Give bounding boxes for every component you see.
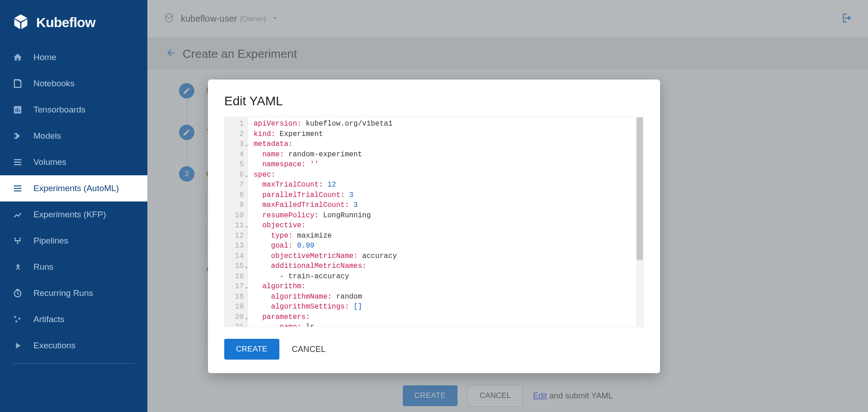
nav-label: Notebooks [33,79,75,89]
svg-rect-6 [19,110,20,112]
sidebar-item-home[interactable]: Home [0,44,147,70]
nav-icon [13,262,23,272]
nav-icon [13,288,23,298]
svg-point-8 [19,238,21,239]
sidebar-item-volumes[interactable]: Volumes [0,149,147,175]
nav-label: Tensorboards [33,105,85,115]
svg-point-11 [14,316,16,318]
svg-point-13 [15,320,18,323]
nav: HomeNotebooksTensorboardsModelsVolumesEx… [0,44,147,359]
svg-point-12 [18,318,20,320]
editor-scrollbar[interactable] [636,117,643,327]
nav-icon [13,131,23,141]
nav-icon [13,210,23,220]
sidebar-item-runs[interactable]: Runs [0,254,147,280]
nav-label: Home [33,52,57,62]
nav-label: Artifacts [33,314,65,324]
nav-icon [13,314,23,324]
nav-label: Recurring Runs [33,288,93,298]
edit-yaml-modal: Edit YAML 123456789101112131415161718192… [208,80,660,373]
sidebar-item-executions[interactable]: Executions [0,332,147,359]
sidebar: Kubeflow HomeNotebooksTensorboardsModels… [0,0,147,412]
nav-label: Volumes [33,157,66,167]
sidebar-item-models[interactable]: Models [0,123,147,149]
nav-label: Pipelines [33,236,68,246]
nav-icon [13,183,23,193]
nav-label: Runs [33,262,53,272]
editor-code[interactable]: apiVersion: kubeflow.org/v1beta1kind: Ex… [248,117,643,327]
nav-icon [13,52,23,62]
nav-icon [13,79,23,89]
nav-label: Experiments (KFP) [33,210,106,220]
sidebar-item-recurring-runs[interactable]: Recurring Runs [0,280,147,306]
modal-create-button[interactable]: CREATE [224,339,279,360]
nav-icon [13,341,23,351]
sidebar-item-pipelines[interactable]: Pipelines [0,228,147,254]
kubeflow-logo-icon [13,14,29,32]
svg-rect-4 [15,109,16,112]
editor-scrollbar-thumb[interactable] [637,117,643,260]
yaml-editor[interactable]: 1234567891011121314151617181920212223242… [224,117,644,327]
nav-icon [13,157,23,167]
modal-title: Edit YAML [224,94,644,108]
nav-label: Executions [33,341,75,351]
nav-divider [13,363,135,364]
svg-point-7 [14,238,16,239]
svg-point-9 [17,243,19,244]
modal-cancel-button[interactable]: CANCEL [292,345,326,354]
sidebar-item-experiments-kfp-[interactable]: Experiments (KFP) [0,201,147,228]
logo: Kubeflow [0,9,147,44]
nav-icon [13,105,23,115]
sidebar-item-experiments-automl-[interactable]: Experiments (AutoML) [0,175,147,201]
nav-label: Experiments (AutoML) [33,183,119,193]
editor-gutter: 1234567891011121314151617181920212223242… [225,117,248,327]
sidebar-item-notebooks[interactable]: Notebooks [0,70,147,97]
nav-label: Models [33,131,61,141]
svg-rect-5 [17,108,18,112]
brand-text: Kubeflow [36,15,95,30]
sidebar-item-artifacts[interactable]: Artifacts [0,306,147,332]
nav-icon [13,236,23,246]
sidebar-item-tensorboards[interactable]: Tensorboards [0,97,147,123]
